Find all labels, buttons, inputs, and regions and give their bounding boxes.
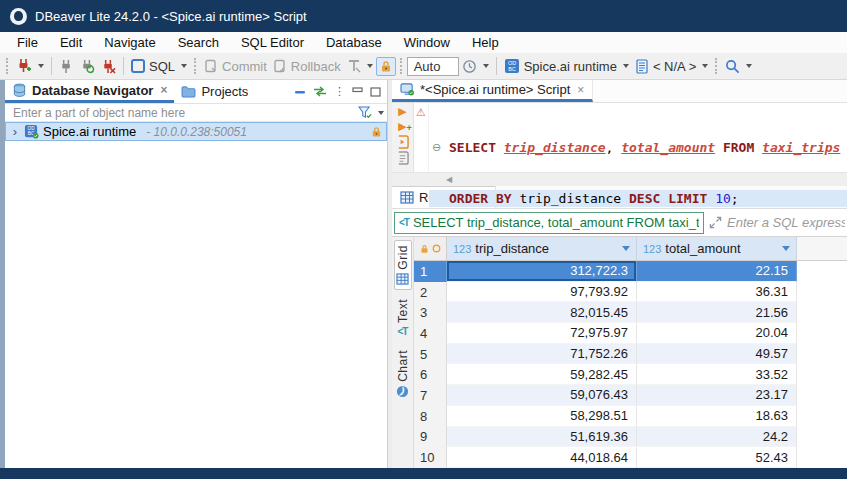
table-row[interactable]: 1312,722.322.15 <box>414 261 847 282</box>
expand-panel-icon[interactable] <box>709 216 722 229</box>
new-connection-button[interactable] <box>13 56 35 76</box>
connection-lock-indicator[interactable] <box>376 57 396 76</box>
menu-edit[interactable]: Edit <box>49 32 93 53</box>
tab-chart[interactable]: Chart <box>395 346 411 402</box>
link-with-editor-icon[interactable] <box>313 86 327 97</box>
cell-trip-distance[interactable]: 97,793.92 <box>447 282 637 303</box>
cell-trip-distance[interactable]: 71,752.26 <box>447 344 637 365</box>
active-connection-caret[interactable] <box>623 64 629 68</box>
script-icon[interactable] <box>396 151 409 165</box>
table-row[interactable]: 472,975.9720.04 <box>414 323 847 344</box>
cell-trip-distance[interactable]: 59,076.43 <box>447 385 637 406</box>
grid-corner-cell[interactable] <box>414 237 447 260</box>
search-button[interactable] <box>722 57 743 76</box>
query-text-box[interactable]: <T SELECT trip_distance, total_amount FR… <box>394 212 704 234</box>
execute-script-icon[interactable] <box>396 135 409 149</box>
tab-sql-script[interactable]: *<Spice.ai runtime> Script × <box>392 80 593 102</box>
table-row[interactable]: 571,752.2649.57 <box>414 344 847 365</box>
view-menu-icon[interactable]: ⋮ <box>334 85 345 98</box>
row-number[interactable]: 9 <box>414 427 447 448</box>
row-number[interactable]: 2 <box>414 282 447 303</box>
transaction-history-caret[interactable] <box>483 64 489 68</box>
row-number[interactable]: 6 <box>414 364 447 385</box>
menu-search[interactable]: Search <box>167 32 230 53</box>
menu-help[interactable]: Help <box>461 32 510 53</box>
cell-trip-distance[interactable]: 312,722.3 <box>447 261 637 282</box>
cell-trip-distance[interactable]: 72,975.97 <box>447 323 637 344</box>
cell-total-amount[interactable]: 23.17 <box>637 385 797 406</box>
connect-button[interactable] <box>56 57 77 76</box>
table-row[interactable]: 1044,018.6452.43 <box>414 447 847 468</box>
cell-total-amount[interactable]: 18.63 <box>637 406 797 427</box>
menu-window[interactable]: Window <box>393 32 461 53</box>
cell-total-amount[interactable]: 33.52 <box>637 364 797 385</box>
commit-mode-combo[interactable]: Auto <box>407 57 459 76</box>
active-schema-caret[interactable] <box>702 64 708 68</box>
menu-database[interactable]: Database <box>315 32 393 53</box>
column-header-total-amount[interactable]: 123 total_amount <box>637 237 797 260</box>
cell-total-amount[interactable]: 52.43 <box>637 447 797 468</box>
transaction-log-button[interactable] <box>344 57 364 75</box>
transaction-caret[interactable] <box>367 64 373 68</box>
commit-button[interactable]: Commit <box>201 57 270 76</box>
menu-navigate[interactable]: Navigate <box>93 32 166 53</box>
cell-trip-distance[interactable]: 44,018.64 <box>447 447 637 468</box>
cell-total-amount[interactable]: 20.04 <box>637 323 797 344</box>
menu-file[interactable]: File <box>6 32 49 53</box>
execute-new-tab-button[interactable]: ▶+ <box>398 120 406 133</box>
cell-total-amount[interactable]: 36.31 <box>637 282 797 303</box>
row-number[interactable]: 1 <box>414 261 447 282</box>
rollback-button[interactable]: Rollback <box>270 57 344 76</box>
expand-chevron-icon[interactable]: › <box>10 124 20 139</box>
disconnect-button[interactable] <box>98 57 119 76</box>
sql-editor-caret[interactable] <box>181 64 187 68</box>
sql-code-area[interactable]: ⊖SELECT trip_distance, total_amount FROM… <box>429 103 847 172</box>
cell-trip-distance[interactable]: 58,298.51 <box>447 406 637 427</box>
row-number[interactable]: 4 <box>414 323 447 344</box>
execute-statement-button[interactable]: ▶ <box>398 105 406 118</box>
cell-total-amount[interactable]: 21.56 <box>637 302 797 323</box>
reconnect-button[interactable] <box>77 57 98 76</box>
row-number[interactable]: 3 <box>414 302 447 323</box>
tab-grid[interactable]: Grid <box>394 240 412 290</box>
filter-caret[interactable] <box>378 111 384 115</box>
close-icon[interactable]: × <box>160 83 167 97</box>
menu-sql-editor[interactable]: SQL Editor <box>230 32 315 53</box>
fold-collapse-icon[interactable]: ⊖ <box>432 139 441 156</box>
tree-row-connection[interactable]: › ODBC Spice.ai runtime - 10.0.0.238:500… <box>5 122 387 141</box>
tab-database-navigator[interactable]: Database Navigator × <box>5 80 174 103</box>
cell-trip-distance[interactable]: 82,015.45 <box>447 302 637 323</box>
transaction-history-button[interactable] <box>459 57 480 76</box>
close-icon[interactable]: × <box>577 83 584 97</box>
cell-total-amount[interactable]: 24.2 <box>637 427 797 448</box>
filter-funnel-icon[interactable] <box>358 106 373 119</box>
row-number[interactable]: 5 <box>414 344 447 365</box>
table-row[interactable]: 858,298.5118.63 <box>414 406 847 427</box>
active-schema-selector[interactable]: < N/A > <box>632 57 699 76</box>
cell-trip-distance[interactable]: 51,619.36 <box>447 427 637 448</box>
sql-editor-button[interactable]: SQL <box>128 57 178 76</box>
row-number[interactable]: 10 <box>414 447 447 468</box>
column-header-trip-distance[interactable]: 123 trip_distance <box>447 237 637 260</box>
sort-desc-icon[interactable] <box>622 246 630 251</box>
cell-trip-distance[interactable]: 59,282.45 <box>447 364 637 385</box>
tab-text[interactable]: Text <T <box>395 295 411 341</box>
sort-desc-icon[interactable] <box>782 246 790 251</box>
active-connection-selector[interactable]: ODBC Spice.ai runtime <box>501 56 620 76</box>
object-filter-input[interactable] <box>5 106 358 120</box>
minimize-view-icon[interactable] <box>352 87 363 96</box>
new-connection-caret[interactable] <box>38 64 44 68</box>
expression-filter-placeholder[interactable]: Enter a SQL expression to <box>727 215 845 230</box>
collapse-all-icon[interactable] <box>294 86 306 98</box>
editor-horizontal-scrollbar[interactable]: ◀ <box>392 172 847 186</box>
scroll-left-icon[interactable]: ◀ <box>446 175 452 184</box>
tab-projects[interactable]: Projects <box>174 80 255 103</box>
cell-total-amount[interactable]: 49.57 <box>637 344 797 365</box>
row-number[interactable]: 7 <box>414 385 447 406</box>
cell-total-amount[interactable]: 22.15 <box>637 261 797 282</box>
table-row[interactable]: 951,619.3624.2 <box>414 427 847 448</box>
search-caret[interactable] <box>746 64 752 68</box>
table-row[interactable]: 297,793.9236.31 <box>414 282 847 303</box>
table-row[interactable]: 382,015.4521.56 <box>414 302 847 323</box>
table-row[interactable]: 759,076.4323.17 <box>414 385 847 406</box>
